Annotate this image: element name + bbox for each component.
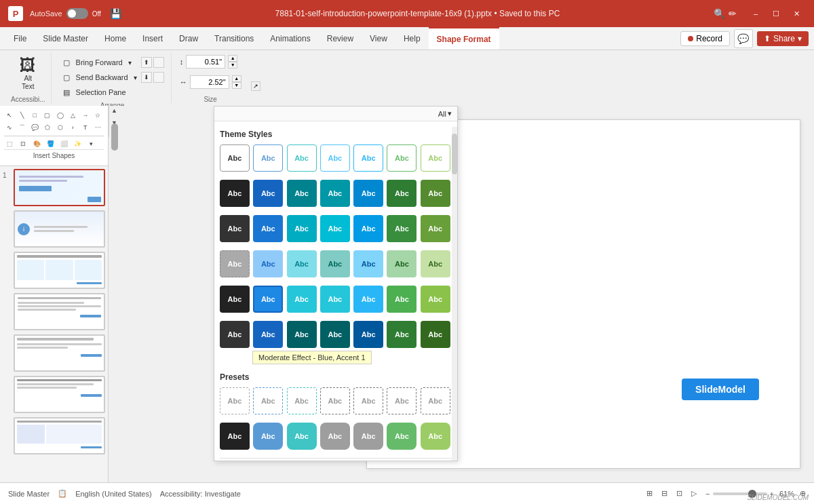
- style-btn-outline-cyan[interactable]: Abc: [353, 144, 383, 172]
- width-down[interactable]: ▼: [232, 82, 241, 89]
- save-icon[interactable]: 💾: [109, 7, 123, 20]
- preset-btn-p2-1[interactable]: Abc: [220, 423, 250, 450]
- cursor-icon[interactable]: ↖: [4, 110, 15, 121]
- tab-insert[interactable]: Insert: [134, 27, 171, 50]
- slide-thumb-img-6[interactable]: [14, 376, 105, 413]
- preset-btn-p2-3[interactable]: Abc: [287, 423, 317, 450]
- preset-btn-p1-4[interactable]: Abc: [320, 387, 350, 414]
- style-btn-r6-4[interactable]: Abc: [320, 321, 350, 348]
- height-down[interactable]: ▼: [228, 62, 237, 69]
- style-btn-dark-default[interactable]: Abc: [220, 180, 250, 207]
- scroll-thumb[interactable]: [111, 123, 118, 151]
- width-input[interactable]: [190, 75, 229, 89]
- preset-btn-p1-3[interactable]: Abc: [287, 387, 317, 414]
- style-btn-r4-1[interactable]: Abc: [220, 250, 250, 277]
- triangle-icon[interactable]: △: [67, 110, 78, 121]
- preset-btn-p1-5[interactable]: Abc: [353, 387, 383, 414]
- pentagon-icon[interactable]: ⬠: [42, 122, 53, 133]
- tab-view[interactable]: View: [362, 27, 395, 50]
- tab-file[interactable]: File: [5, 27, 35, 50]
- style-btn-r4-7[interactable]: Abc: [421, 250, 450, 277]
- slidemodel-button[interactable]: SlideModel: [682, 379, 759, 400]
- arrange-icon[interactable]: ⊡: [18, 138, 28, 149]
- shape-effects-icon[interactable]: ✨: [72, 138, 83, 149]
- slide-thumb-img-5[interactable]: [14, 334, 105, 372]
- height-input[interactable]: [186, 55, 225, 69]
- more-icon[interactable]: ⋯: [92, 122, 103, 133]
- send-backward-button[interactable]: ▢ Send Backward ▾ ⬇: [58, 71, 167, 84]
- restore-button[interactable]: ☐: [767, 4, 786, 23]
- slide-thumbnail-1[interactable]: 1: [3, 169, 105, 206]
- preset-btn-p1-6[interactable]: Abc: [387, 387, 416, 414]
- bring-forward-button[interactable]: ▢ Bring Forward ▾ ⬆: [58, 56, 167, 69]
- size-expand-btn[interactable]: ↗: [251, 53, 260, 103]
- other-theme-fills-button[interactable]: Other Theme Fills ›: [220, 458, 452, 461]
- notes-icon[interactable]: 📋: [58, 489, 67, 498]
- style-btn-outline-green[interactable]: Abc: [387, 144, 416, 172]
- slide-thumbnail-2[interactable]: i: [3, 210, 105, 248]
- preset-btn-p2-4[interactable]: Abc: [320, 423, 350, 450]
- autosave-toggle[interactable]: [66, 8, 88, 19]
- style-btn-r5-1[interactable]: Abc: [220, 286, 250, 313]
- style-btn-r6-6[interactable]: Abc: [387, 321, 416, 348]
- alt-text-button[interactable]: 🖼 AltText: [20, 56, 36, 91]
- style-btn-dark-blue[interactable]: Abc: [253, 180, 283, 207]
- style-btn-r5-7[interactable]: Abc: [421, 286, 450, 313]
- quick-styles-icon[interactable]: 🎨: [31, 138, 42, 149]
- connector-icon[interactable]: ⌒: [17, 122, 28, 133]
- style-btn-r6-7[interactable]: Abc: [421, 321, 450, 348]
- select-icon[interactable]: ⬚: [4, 138, 15, 149]
- style-btn-r6-1[interactable]: Abc: [220, 321, 250, 348]
- record-button[interactable]: Record: [680, 31, 730, 46]
- shape-outline-icon[interactable]: ⬜: [58, 138, 69, 149]
- style-btn-outline-blue[interactable]: Abc: [253, 144, 283, 172]
- slide-thumbnail-3[interactable]: [3, 252, 105, 289]
- share-button[interactable]: ⬆ Share ▾: [757, 31, 809, 46]
- style-btn-dark-lightblue[interactable]: Abc: [353, 180, 383, 207]
- star-icon[interactable]: ☆: [92, 110, 103, 121]
- down-arrow-icon[interactable]: ▾: [85, 138, 96, 149]
- slide-thumb-img-3[interactable]: [14, 252, 105, 289]
- style-btn-r5-4[interactable]: Abc: [320, 286, 350, 313]
- style-btn-dark-teal[interactable]: Abc: [287, 180, 317, 207]
- style-btn-dark-lime[interactable]: Abc: [421, 180, 450, 207]
- pen-icon[interactable]: ✏: [726, 7, 739, 20]
- close-button[interactable]: ✕: [787, 4, 806, 23]
- slideshow-view-icon[interactable]: ▷: [688, 488, 700, 500]
- tab-review[interactable]: Review: [319, 27, 362, 50]
- tab-help[interactable]: Help: [395, 27, 429, 50]
- zoom-minus-icon[interactable]: −: [705, 490, 710, 498]
- shape-fill-icon[interactable]: 🪣: [45, 138, 56, 149]
- style-btn-r3-2[interactable]: Abc: [253, 215, 283, 242]
- right-scrollbar[interactable]: ▲ ▼ ⋮: [109, 106, 119, 137]
- send-backward-icon2[interactable]: ⬇: [141, 72, 152, 83]
- search-icon[interactable]: 🔍: [712, 7, 726, 20]
- chevron-icon[interactable]: ›: [67, 122, 78, 133]
- style-btn-r6-3[interactable]: Abc: [287, 321, 317, 348]
- width-up[interactable]: ▲: [232, 75, 241, 82]
- text-box-icon[interactable]: T: [80, 122, 91, 133]
- style-btn-r3-5[interactable]: Abc: [353, 215, 383, 242]
- style-btn-r3-3[interactable]: Abc: [287, 215, 317, 242]
- tab-home[interactable]: Home: [96, 27, 134, 50]
- hexagon-icon[interactable]: ⬡: [55, 122, 66, 133]
- style-btn-r6-2[interactable]: Abc: [253, 321, 283, 348]
- slide-thumb-img-7[interactable]: [14, 417, 105, 454]
- style-btn-r3-6[interactable]: Abc: [387, 215, 416, 242]
- tab-shape-format[interactable]: Shape Format: [429, 27, 499, 50]
- dropdown-scrollbar[interactable]: [452, 127, 457, 461]
- style-btn-r6-5[interactable]: Abc: [353, 321, 383, 348]
- slide-thumbnail-4[interactable]: [3, 293, 105, 330]
- comment-button[interactable]: 💬: [734, 29, 753, 48]
- slide-thumbnail-5[interactable]: [3, 334, 105, 372]
- style-btn-dark-green[interactable]: Abc: [387, 180, 416, 207]
- reading-view-icon[interactable]: ⊡: [673, 488, 685, 500]
- normal-view-icon[interactable]: ⊞: [643, 488, 655, 500]
- style-btn-r3-7[interactable]: Abc: [421, 215, 450, 242]
- height-up[interactable]: ▲: [228, 55, 237, 62]
- preset-btn-p2-2[interactable]: Abc: [253, 423, 283, 450]
- arrow-icon[interactable]: →: [80, 110, 91, 121]
- style-btn-r4-2[interactable]: Abc: [253, 250, 283, 277]
- style-btn-r4-5[interactable]: Abc: [353, 250, 383, 277]
- line-icon[interactable]: ╲: [17, 110, 28, 121]
